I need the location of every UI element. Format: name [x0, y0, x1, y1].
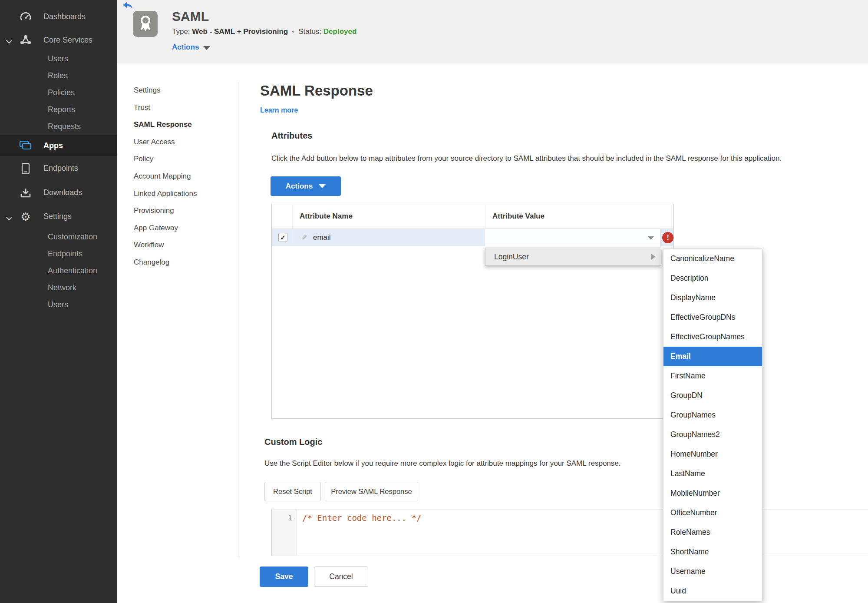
subnav-item-trust[interactable]: Trust	[134, 99, 197, 116]
caret-down-icon	[319, 184, 326, 188]
attributes-table: Attribute Name Attribute Value ✓ ✎ email…	[271, 204, 674, 419]
pencil-edit-icon[interactable]: ✎	[301, 233, 307, 242]
custom-logic-description: Use the Script Editor below if you requi…	[264, 459, 620, 468]
subnav-item-workflow[interactable]: Workflow	[134, 236, 197, 254]
subnav-item-policy[interactable]: Policy	[134, 150, 197, 168]
submenu-item-groupnames2[interactable]: GroupNames2	[663, 425, 762, 444]
download-icon	[19, 186, 32, 199]
subnav-item-linked-applications[interactable]: Linked Applications	[134, 185, 197, 202]
row-checkbox[interactable]: ✓	[278, 233, 287, 242]
attribute-value-cell: !	[485, 229, 673, 246]
submenu-item-displayname[interactable]: DisplayName	[663, 288, 762, 308]
sidebar-item-label: Core Services	[43, 36, 92, 45]
core-services-icon	[19, 33, 32, 46]
attributes-heading: Attributes	[271, 131, 312, 141]
mobile-phone-icon	[19, 162, 32, 175]
app-header: SAML Type: Web - SAML + Provisioning•Sta…	[117, 0, 868, 63]
sidebar-item-label: Settings	[43, 212, 72, 221]
sidebar-item-requests[interactable]: Requests	[0, 118, 117, 135]
sidebar-item-users[interactable]: Users	[0, 50, 117, 67]
editor-line-numbers: 1	[272, 510, 297, 556]
sidebar-item-downloads[interactable]: Downloads	[0, 181, 117, 205]
reset-script-button[interactable]: Reset Script	[264, 482, 321, 501]
status-badge: Deployed	[323, 27, 357, 36]
caret-down-icon	[648, 236, 654, 240]
error-icon: !	[662, 232, 673, 243]
select-column-header	[272, 204, 293, 229]
script-editor: 1 /* Enter code here... */	[271, 510, 868, 556]
submenu-item-shortname[interactable]: ShortName	[663, 542, 762, 562]
dashboard-gauge-icon	[19, 10, 32, 23]
sidebar-item-settings[interactable]: ⚙ Settings	[0, 205, 117, 229]
sidebar-item-label: Apps	[43, 141, 63, 150]
sidebar: Dashboards Core Services Users Roles Pol…	[0, 0, 117, 603]
attribute-value-submenu: CanonicalizeName Description DisplayName…	[663, 248, 762, 601]
attribute-value-column-header: Attribute Value	[485, 204, 673, 229]
submenu-item-groupnames[interactable]: GroupNames	[663, 405, 762, 425]
learn-more-link[interactable]: Learn more	[260, 106, 298, 114]
chevron-down-icon[interactable]	[6, 38, 13, 42]
preview-saml-response-button[interactable]: Preview SAML Response	[325, 482, 418, 501]
sidebar-item-network[interactable]: Network	[0, 279, 117, 296]
submenu-item-email[interactable]: Email	[663, 347, 762, 366]
submenu-item-lastname[interactable]: LastName	[663, 464, 762, 484]
cancel-button[interactable]: Cancel	[314, 567, 368, 587]
subnav-divider	[238, 83, 238, 557]
menu-item-loginuser[interactable]: LoginUser	[494, 252, 529, 262]
submenu-item-canonicalizename[interactable]: CanonicalizeName	[663, 249, 762, 268]
apps-icon	[19, 139, 32, 152]
sidebar-item-policies[interactable]: Policies	[0, 84, 117, 101]
submenu-item-mobilenumber[interactable]: MobileNumber	[663, 484, 762, 503]
sidebar-item-customization[interactable]: Customization	[0, 229, 117, 245]
save-button[interactable]: Save	[260, 567, 308, 587]
sidebar-item-label: Downloads	[43, 188, 82, 197]
attribute-name-column-header: Attribute Name	[293, 204, 485, 229]
sidebar-item-authentication[interactable]: Authentication	[0, 262, 117, 279]
submenu-item-effectivegroupnames[interactable]: EffectiveGroupNames	[663, 327, 762, 347]
sidebar-item-endpoints[interactable]: Endpoints	[0, 156, 117, 181]
caret-down-icon	[203, 46, 210, 50]
subnav-item-app-gateway[interactable]: App Gateway	[134, 219, 197, 237]
app-ribbon-icon	[133, 11, 158, 37]
gear-icon: ⚙	[19, 210, 32, 223]
sidebar-item-settings-endpoints[interactable]: Endpoints	[0, 245, 117, 262]
submenu-item-homenumber[interactable]: HomeNumber	[663, 444, 762, 464]
table-row[interactable]: ✓ ✎ email !	[272, 229, 673, 246]
attribute-value-dropdown[interactable]	[485, 229, 661, 246]
back-arrow-icon[interactable]	[122, 2, 134, 10]
subnav-item-user-access[interactable]: User Access	[134, 133, 197, 151]
attribute-name-value: email	[313, 233, 331, 242]
app-title: SAML	[172, 9, 209, 24]
submenu-item-username[interactable]: Username	[663, 562, 762, 581]
submenu-item-uuid[interactable]: Uuid	[663, 581, 762, 601]
sidebar-item-roles[interactable]: Roles	[0, 67, 117, 84]
subnav-item-changelog[interactable]: Changelog	[134, 254, 197, 271]
submenu-item-description[interactable]: Description	[663, 268, 762, 288]
submenu-item-groupdn[interactable]: GroupDN	[663, 386, 762, 405]
sidebar-item-dashboards[interactable]: Dashboards	[0, 6, 117, 27]
subnav-item-account-mapping[interactable]: Account Mapping	[134, 168, 197, 185]
row-select-cell: ✓	[272, 229, 293, 246]
submenu-item-rolenames[interactable]: RoleNames	[663, 523, 762, 542]
attribute-value-menu[interactable]: LoginUser	[485, 248, 661, 266]
sidebar-item-settings-users[interactable]: Users	[0, 296, 117, 313]
status-label: Status:	[298, 27, 321, 36]
submenu-arrow-right-icon	[651, 254, 655, 260]
type-value: Web - SAML + Provisioning	[192, 27, 288, 36]
submenu-item-firstname[interactable]: FirstName	[663, 366, 762, 386]
editor-code-area[interactable]: /* Enter code here... */	[297, 510, 868, 556]
submenu-item-effectivegroupdns[interactable]: EffectiveGroupDNs	[663, 308, 762, 327]
submenu-item-officenumber[interactable]: OfficeNumber	[663, 503, 762, 523]
sidebar-item-core-services[interactable]: Core Services	[0, 30, 117, 50]
dot-separator: •	[292, 27, 294, 36]
sidebar-item-reports[interactable]: Reports	[0, 101, 117, 118]
sidebar-item-apps[interactable]: Apps	[0, 135, 117, 156]
subnav-item-saml-response[interactable]: SAML Response	[134, 116, 197, 133]
attributes-description: Click the Add button below to map attrib…	[271, 154, 782, 163]
header-actions-menu[interactable]: Actions	[172, 43, 210, 52]
app-meta: Type: Web - SAML + Provisioning•Status: …	[172, 27, 356, 36]
attributes-actions-button[interactable]: Actions	[271, 176, 341, 196]
subnav-item-provisioning[interactable]: Provisioning	[134, 202, 197, 219]
chevron-down-icon[interactable]	[6, 215, 13, 219]
subnav-item-settings[interactable]: Settings	[134, 82, 197, 99]
